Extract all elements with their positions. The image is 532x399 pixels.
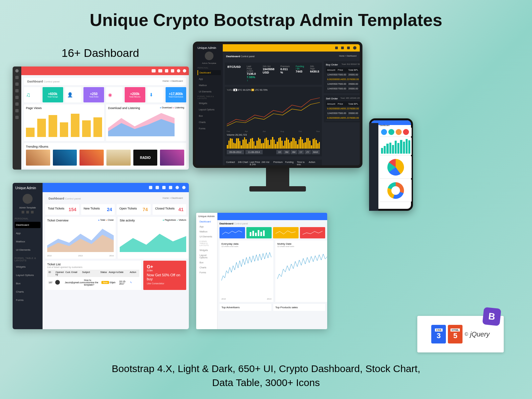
nav-item[interactable]: Box — [198, 113, 221, 118]
nav-item[interactable]: Mailbox — [198, 229, 215, 234]
legend: Pageviews — [165, 219, 176, 221]
table-row[interactable]: 8.0020000014855.2378000.00 — [326, 116, 360, 120]
td: 12465500 — [327, 73, 338, 76]
sub: Control panel — [65, 197, 81, 200]
nav-item[interactable]: Charts — [198, 265, 215, 270]
nav-item[interactable]: Layout Options — [198, 107, 221, 112]
range-btn[interactable]: 3M — [283, 150, 290, 154]
nav-item[interactable]: UI Elements — [198, 234, 215, 239]
nav-icon[interactable] — [15, 89, 19, 92]
mail-icon[interactable] — [156, 186, 159, 189]
nav-item[interactable]: UI Elements — [198, 89, 221, 94]
bell-icon[interactable] — [341, 47, 344, 49]
nav-icon[interactable] — [15, 96, 19, 99]
table-row[interactable]: 8.0020000014855.2378000.00 — [326, 106, 360, 111]
nav-item[interactable]: Widgets — [198, 101, 221, 106]
nav-item[interactable]: UI Elements — [15, 247, 41, 253]
flag-icon[interactable] — [171, 69, 174, 72]
td: 35000.00 — [348, 87, 359, 90]
search-icon[interactable] — [149, 186, 152, 189]
range-btn[interactable]: 6M — [291, 150, 297, 154]
nav-item[interactable]: Forms — [15, 297, 41, 303]
page-title: Dashboard — [380, 124, 411, 126]
td: 35000.00 — [348, 112, 359, 114]
nav-item[interactable]: App — [198, 224, 215, 229]
nav-item[interactable]: Forms — [198, 270, 215, 275]
nav-icon[interactable] — [15, 109, 19, 112]
user-avatar[interactable] — [177, 69, 180, 72]
flag-icon[interactable] — [347, 47, 350, 49]
bell-icon[interactable] — [165, 69, 168, 72]
nav-dashboard[interactable]: Dashboard — [198, 219, 215, 224]
nav-item[interactable]: App — [198, 76, 221, 81]
date-from[interactable]: 09-08-2012 — [227, 150, 244, 154]
nav-item[interactable]: Box — [15, 280, 41, 287]
range-btn[interactable]: MAX — [312, 150, 320, 154]
nav-dashboard[interactable]: Dashboard — [15, 222, 41, 228]
sidebar-label: Admin Template — [198, 62, 221, 64]
nav-icon[interactable] — [15, 82, 19, 86]
flag-icon[interactable] — [169, 186, 172, 189]
stat: +250 Total Artist — [83, 87, 104, 102]
nav-item[interactable]: App — [15, 230, 41, 236]
search-icon[interactable] — [335, 47, 338, 49]
breadcrumb[interactable]: Home > Dashboard — [339, 55, 356, 58]
album[interactable] — [53, 150, 77, 166]
mock-phone: Dashboard — [369, 118, 413, 211]
nav-item[interactable]: Charts — [15, 289, 41, 295]
table-row[interactable]: 124655007500.0035000.00 — [326, 72, 360, 77]
nav-icon[interactable] — [15, 102, 19, 106]
search-icon[interactable] — [152, 69, 156, 72]
bell-icon[interactable] — [162, 186, 166, 189]
nav-item[interactable]: Box — [198, 260, 215, 265]
breadcrumb[interactable]: Home > Dashboard — [163, 80, 183, 83]
nav-icon[interactable] — [15, 76, 19, 79]
user-avatar[interactable] — [353, 46, 356, 50]
kpi: New Tickets24 — [81, 204, 115, 215]
avatar[interactable] — [205, 52, 213, 60]
action-icon[interactable]: ✎ — [130, 281, 138, 284]
table-row[interactable]: 124655007500.0035000.00 — [326, 82, 360, 86]
gear-icon[interactable] — [182, 186, 186, 189]
range-btn[interactable]: 1D — [276, 150, 283, 154]
nav-item[interactable]: Layout Options — [15, 272, 41, 278]
lbl: 24h High — [310, 65, 319, 70]
avatar[interactable] — [15, 69, 19, 72]
nav-item[interactable]: Widgets — [198, 248, 215, 253]
kpi-label: Open Tickets — [119, 207, 137, 212]
album[interactable]: RADIO — [133, 150, 158, 166]
range-btn[interactable]: 1Y — [298, 150, 304, 154]
user-icon[interactable] — [26, 211, 29, 213]
nav-item[interactable]: Layout Options — [198, 253, 215, 260]
panel-pie — [380, 156, 411, 178]
table-row[interactable]: 124655007500.0035000.00 — [326, 86, 360, 91]
nav-dashboard[interactable]: Dashboard — [198, 70, 221, 75]
gear-icon[interactable] — [183, 69, 186, 72]
sub: List of ticket opened by customers — [47, 266, 139, 268]
gear-icon[interactable] — [31, 211, 34, 213]
sidebar: Unique Admin Admin Template PERSONAL Das… — [196, 44, 223, 165]
album[interactable] — [79, 150, 104, 166]
breadcrumb[interactable]: Home > Dashboard — [163, 197, 183, 200]
date-to[interactable]: 11-08-2014 — [245, 150, 263, 154]
nav-item[interactable]: Charts — [198, 120, 221, 125]
nav-item[interactable]: Mailbox — [198, 83, 221, 88]
mail-icon[interactable] — [158, 69, 162, 72]
nav-item[interactable]: Widgets — [15, 264, 41, 270]
album[interactable] — [26, 150, 50, 166]
album[interactable] — [106, 150, 131, 166]
album[interactable] — [160, 150, 184, 166]
nav-icon[interactable] — [15, 116, 19, 119]
user-avatar[interactable] — [176, 186, 179, 189]
table-row[interactable]: 124655007500.0035000.00 — [326, 111, 360, 116]
th: Time to exp. — [297, 161, 309, 168]
range-btn[interactable]: 2Y — [305, 150, 311, 154]
mail-icon[interactable] — [22, 211, 24, 213]
nav-item[interactable]: Forms — [198, 126, 221, 131]
jquery-logo-icon: jQuery — [470, 331, 490, 338]
nav-item[interactable]: Mailbox — [15, 238, 41, 245]
subtitle: 16+ Dashboard — [62, 47, 139, 60]
table-row[interactable]: 187 Jacob@gmail.com How to customise the… — [47, 277, 139, 288]
avatar[interactable] — [23, 194, 33, 204]
table-row[interactable]: 8.0020000014855.2378000.00 — [326, 77, 360, 82]
